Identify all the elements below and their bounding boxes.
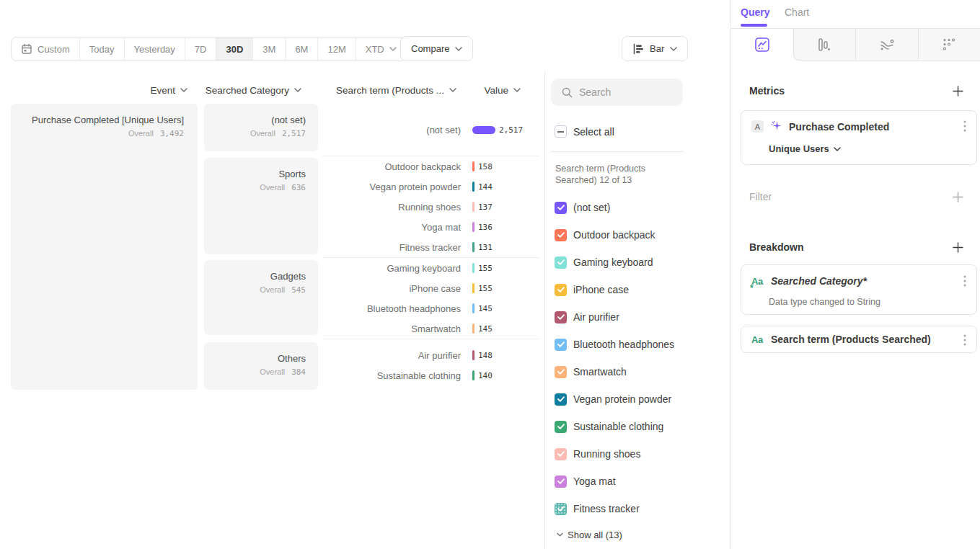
item-checkbox[interactable] xyxy=(555,256,567,269)
item-checkbox[interactable] xyxy=(555,503,567,515)
filter-item[interactable]: Air purifier xyxy=(545,303,731,331)
chart-type-button[interactable]: Bar xyxy=(622,36,688,61)
date-range-30d[interactable]: 30D xyxy=(216,37,252,61)
term-row[interactable]: Vegan protein powder144 xyxy=(322,177,539,197)
term-row[interactable]: Fitness tracker131 xyxy=(322,237,539,257)
compare-button[interactable]: Compare xyxy=(400,36,473,61)
filter-item[interactable]: Vegan protein powder xyxy=(545,385,731,413)
value-bar xyxy=(472,350,474,360)
event-cell[interactable]: Purchase Completed [Unique Users] Overal… xyxy=(11,104,198,390)
term-row[interactable]: Gaming keyboard155 xyxy=(322,258,539,278)
value-bar xyxy=(472,263,474,273)
date-range-today[interactable]: Today xyxy=(79,37,124,61)
filter-item[interactable]: Fitness tracker xyxy=(545,495,731,522)
term-group: Air purifier148Sustainable clothing140 xyxy=(322,339,539,390)
item-checkbox[interactable] xyxy=(555,311,567,323)
item-checkbox[interactable] xyxy=(555,393,567,406)
breakdown-menu-button[interactable] xyxy=(963,275,966,287)
overall-value: 3,492 xyxy=(160,129,184,138)
column-header-value[interactable]: Value xyxy=(462,81,521,99)
retention-icon xyxy=(941,37,957,53)
term-group: Gaming keyboard155iPhone case155Bluetoot… xyxy=(322,257,539,339)
value-bar xyxy=(472,182,474,192)
date-range-yesterday[interactable]: Yesterday xyxy=(124,37,185,61)
term-row[interactable]: (not set)2,517 xyxy=(322,120,539,140)
search-input[interactable] xyxy=(579,86,666,98)
category-cell[interactable]: GadgetsOverall545 xyxy=(204,260,318,335)
add-metric-button[interactable] xyxy=(953,86,963,97)
breakdown-title-text: Searched Category* xyxy=(771,275,867,287)
term-row[interactable]: Sustainable clothing140 xyxy=(322,365,539,385)
tab-insights[interactable] xyxy=(731,29,793,61)
item-checkbox[interactable] xyxy=(555,448,567,460)
metrics-title: Metrics xyxy=(749,85,785,97)
show-all-button[interactable]: Show all (13) xyxy=(557,528,622,541)
filter-item[interactable]: Outdoor backpack xyxy=(545,221,731,249)
breakdown-title-text: Search term (Products Searched) xyxy=(771,334,931,345)
breakdown-card-searched-category[interactable]: Aa Searched Category* Data type changed … xyxy=(741,264,977,315)
date-range-3m[interactable]: 3M xyxy=(252,37,285,61)
filter-item[interactable]: iPhone case xyxy=(545,276,731,303)
item-checkbox[interactable] xyxy=(555,366,567,378)
date-range-selector: CustomTodayYesterday7D30D3M6M12MXTD xyxy=(11,37,407,61)
bar-chart-icon xyxy=(632,43,644,55)
add-breakdown-button[interactable] xyxy=(953,242,963,253)
item-checkbox[interactable] xyxy=(555,284,567,296)
search-box[interactable] xyxy=(551,79,683,106)
date-range-6m[interactable]: 6M xyxy=(285,37,317,61)
term-row[interactable]: iPhone case155 xyxy=(322,278,539,298)
term-row[interactable]: Air purifier148 xyxy=(322,345,539,365)
filter-item[interactable]: Smartwatch xyxy=(545,358,731,385)
breakdown-menu-button[interactable] xyxy=(963,334,966,346)
item-checkbox[interactable] xyxy=(555,476,567,488)
metric-aggregation[interactable]: Unique Users xyxy=(769,143,841,154)
metric-card[interactable]: A Purchase Completed Unique Users xyxy=(741,110,977,165)
filter-item[interactable]: Sustainable clothing xyxy=(545,413,731,440)
metric-menu-button[interactable] xyxy=(963,120,966,132)
item-checkbox[interactable] xyxy=(555,339,567,351)
value-bar xyxy=(472,161,474,171)
value-bar xyxy=(472,283,474,293)
filter-item[interactable]: Yoga mat xyxy=(545,468,731,495)
term-row[interactable]: Bluetooth headphones145 xyxy=(322,298,539,318)
filter-item[interactable]: Running shoes xyxy=(545,440,731,468)
category-cell[interactable]: OthersOverall384 xyxy=(204,342,318,390)
chevron-down-icon xyxy=(557,532,563,537)
breakdown-card-search-term[interactable]: Aa Search term (Products Searched) xyxy=(741,326,977,353)
chart-type-label: Bar xyxy=(650,43,664,54)
value-bar xyxy=(472,323,474,334)
category-cell[interactable]: SportsOverall636 xyxy=(204,158,318,254)
value-bar xyxy=(472,222,474,232)
flows-icon xyxy=(878,37,896,53)
select-all-checkbox[interactable] xyxy=(555,125,567,138)
date-range-xtd[interactable]: XTD xyxy=(356,37,406,61)
terms-column: (not set)2,517Outdoor backpack158Vegan p… xyxy=(322,104,539,390)
term-row[interactable]: Smartwatch145 xyxy=(322,318,539,339)
tab-retention[interactable] xyxy=(918,29,980,61)
chevron-down-icon xyxy=(834,147,841,151)
filter-item[interactable]: Bluetooth headphones xyxy=(545,331,731,358)
term-group: (not set)2,517 xyxy=(322,104,539,156)
filter-item[interactable]: Gaming keyboard xyxy=(545,249,731,276)
term-row[interactable]: Yoga mat136 xyxy=(322,217,539,237)
tab-flows[interactable] xyxy=(855,29,918,61)
item-checkbox[interactable] xyxy=(555,229,567,241)
term-row[interactable]: Running shoes137 xyxy=(322,197,539,217)
item-checkbox[interactable] xyxy=(555,202,567,214)
value-bar xyxy=(472,126,495,134)
filter-item[interactable]: (not set) xyxy=(545,194,731,221)
column-header-searched-category[interactable]: Searched Category xyxy=(172,81,301,99)
add-filter-button[interactable] xyxy=(953,192,963,202)
value-bar xyxy=(472,202,474,212)
column-header-search-term[interactable]: Search term (Products ... xyxy=(312,81,456,99)
category-cell[interactable]: (not set)Overall2,517 xyxy=(204,104,318,151)
date-range-custom[interactable]: Custom xyxy=(12,37,79,61)
tab-funnels[interactable] xyxy=(793,29,856,61)
tab-query[interactable]: Query xyxy=(741,6,769,18)
select-all-row[interactable]: Select all xyxy=(555,125,614,138)
date-range-12m[interactable]: 12M xyxy=(317,37,355,61)
date-range-7d[interactable]: 7D xyxy=(185,37,216,61)
item-checkbox[interactable] xyxy=(555,421,567,433)
term-row[interactable]: Outdoor backpack158 xyxy=(322,156,539,177)
tab-chart[interactable]: Chart xyxy=(785,6,809,18)
